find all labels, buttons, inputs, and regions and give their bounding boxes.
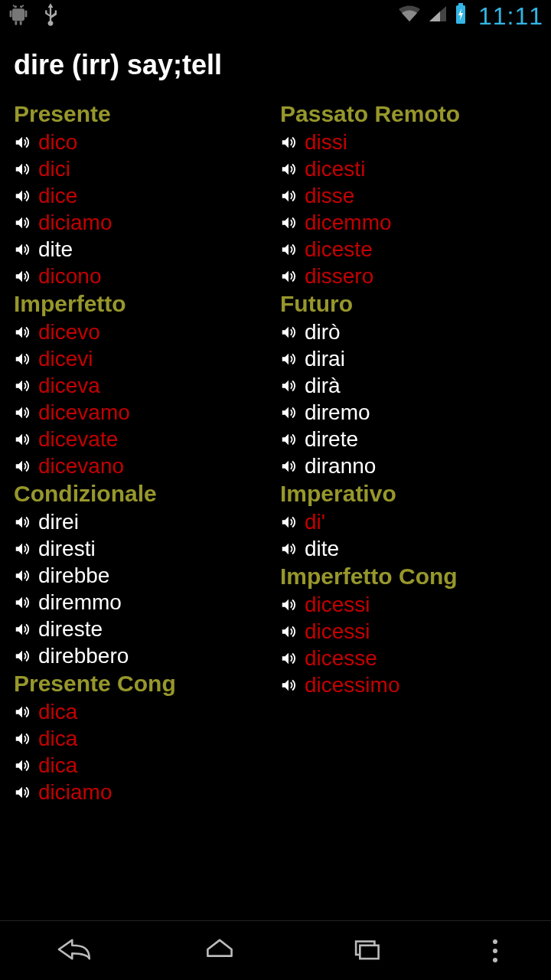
conjugation-word: diranno	[305, 452, 376, 479]
speaker-icon[interactable]	[14, 621, 31, 638]
speaker-icon[interactable]	[14, 268, 31, 285]
speaker-icon[interactable]	[280, 623, 297, 640]
conjugation-row[interactable]: dica	[14, 698, 271, 725]
conjugation-row[interactable]: dicevo	[14, 318, 271, 345]
conjugation-row[interactable]: diresti	[14, 535, 271, 562]
speaker-icon[interactable]	[14, 324, 31, 341]
conjugation-word: dissero	[305, 263, 373, 289]
speaker-icon[interactable]	[280, 458, 297, 475]
conjugation-row[interactable]: dicevi	[14, 345, 271, 372]
conjugation-row[interactable]: dico	[14, 129, 271, 155]
conjugation-word: dica	[38, 752, 77, 779]
tense-heading: Imperativo	[280, 481, 537, 507]
conjugation-row[interactable]: dicevamo	[14, 399, 271, 426]
speaker-icon[interactable]	[280, 541, 297, 557]
conjugation-word: direte	[305, 426, 358, 452]
conjugation-row[interactable]: diciamo	[14, 779, 271, 805]
speaker-icon[interactable]	[14, 730, 31, 747]
conjugation-row[interactable]: dirà	[280, 372, 537, 399]
speaker-icon[interactable]	[14, 704, 31, 720]
speaker-icon[interactable]	[14, 241, 31, 258]
speaker-icon[interactable]	[280, 677, 297, 694]
speaker-icon[interactable]	[14, 377, 31, 394]
conjugation-row[interactable]: di'	[280, 508, 537, 535]
conjugation-row[interactable]: dirai	[280, 345, 537, 372]
speaker-icon[interactable]	[14, 567, 31, 584]
conjugation-row[interactable]: dite	[14, 236, 271, 263]
speaker-icon[interactable]	[280, 214, 297, 231]
conjugation-row[interactable]: dice	[14, 182, 271, 209]
speaker-icon[interactable]	[14, 648, 31, 665]
tense-block: Passato Remotodissidicestidissedicemmodi…	[280, 101, 537, 289]
conjugation-word: dicessi	[305, 618, 370, 645]
conjugation-row[interactable]: direbbero	[14, 642, 271, 669]
speaker-icon[interactable]	[280, 134, 297, 151]
conjugation-row[interactable]: dite	[280, 535, 537, 562]
conjugation-word: dici	[38, 155, 70, 182]
speaker-icon[interactable]	[280, 268, 297, 285]
conjugation-row[interactable]: dicessimo	[280, 671, 537, 698]
conjugation-row[interactable]: dissi	[280, 129, 537, 155]
conjugation-row[interactable]: dicevano	[14, 452, 271, 479]
conjugation-row[interactable]: direi	[14, 508, 271, 535]
home-button[interactable]	[200, 934, 240, 968]
conjugation-row[interactable]: dica	[14, 752, 271, 779]
speaker-icon[interactable]	[14, 161, 31, 178]
conjugation-row[interactable]: dirò	[280, 318, 537, 345]
conjugation-row[interactable]: diremo	[280, 399, 537, 426]
conjugation-row[interactable]: diceva	[14, 372, 271, 399]
back-button[interactable]	[54, 934, 93, 968]
tense-block: Futurodiròdiraidiràdiremodiretediranno	[280, 291, 537, 479]
speaker-icon[interactable]	[280, 241, 297, 258]
speaker-icon[interactable]	[280, 161, 297, 178]
conjugation-row[interactable]: diciamo	[14, 209, 271, 236]
speaker-icon[interactable]	[280, 324, 297, 341]
conjugation-row[interactable]: dicesti	[280, 155, 537, 182]
speaker-icon[interactable]	[280, 514, 297, 531]
speaker-icon[interactable]	[14, 784, 31, 801]
conjugation-row[interactable]: dicono	[14, 263, 271, 289]
conjugation-word: dica	[38, 725, 77, 752]
conjugation-row[interactable]: diremmo	[14, 589, 271, 616]
speaker-icon[interactable]	[280, 650, 297, 667]
speaker-icon[interactable]	[14, 431, 31, 448]
android-debug-icon	[8, 2, 29, 31]
speaker-icon[interactable]	[280, 377, 297, 394]
speaker-icon[interactable]	[14, 514, 31, 531]
conjugation-row[interactable]: dicesse	[280, 645, 537, 671]
conjugation-word: dicessi	[305, 591, 370, 618]
conjugation-row[interactable]: dicemmo	[280, 209, 537, 236]
speaker-icon[interactable]	[280, 431, 297, 448]
conjugation-word: dite	[305, 535, 339, 562]
tense-heading: Imperfetto Cong	[280, 564, 537, 590]
conjugation-row[interactable]: dicevate	[14, 426, 271, 452]
conjugation-row[interactable]: dica	[14, 725, 271, 752]
speaker-icon[interactable]	[280, 188, 297, 204]
speaker-icon[interactable]	[14, 188, 31, 204]
speaker-icon[interactable]	[280, 404, 297, 421]
speaker-icon[interactable]	[14, 134, 31, 151]
conjugation-row[interactable]: dissero	[280, 263, 537, 289]
conjugation-row[interactable]: diranno	[280, 452, 537, 479]
speaker-icon[interactable]	[14, 458, 31, 475]
speaker-icon[interactable]	[14, 214, 31, 231]
conjugation-row[interactable]: dicessi	[280, 618, 537, 645]
speaker-icon[interactable]	[14, 757, 31, 774]
svg-rect-0	[12, 8, 24, 21]
tense-heading: Presente Cong	[14, 671, 271, 697]
conjugation-row[interactable]: dicessi	[280, 591, 537, 618]
recent-apps-button[interactable]	[347, 934, 386, 968]
speaker-icon[interactable]	[14, 541, 31, 557]
speaker-icon[interactable]	[14, 404, 31, 421]
speaker-icon[interactable]	[280, 351, 297, 368]
conjugation-row[interactable]: diceste	[280, 236, 537, 263]
overflow-menu-button[interactable]	[493, 939, 497, 962]
speaker-icon[interactable]	[280, 596, 297, 613]
speaker-icon[interactable]	[14, 594, 31, 611]
conjugation-row[interactable]: direste	[14, 616, 271, 642]
conjugation-row[interactable]: dici	[14, 155, 271, 182]
conjugation-row[interactable]: direbbe	[14, 562, 271, 589]
conjugation-row[interactable]: direte	[280, 426, 537, 452]
speaker-icon[interactable]	[14, 351, 31, 368]
conjugation-row[interactable]: disse	[280, 182, 537, 209]
